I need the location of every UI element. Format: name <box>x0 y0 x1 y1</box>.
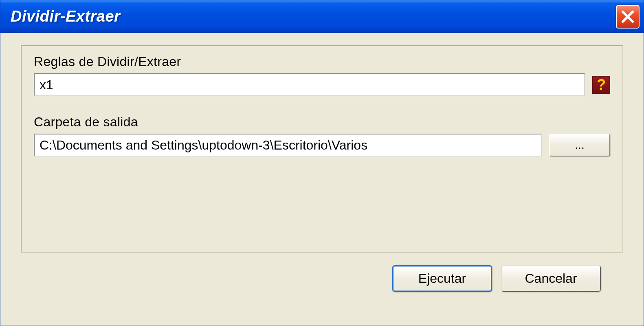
window-title: Dividir-Extraer <box>11 8 120 25</box>
output-folder-input[interactable] <box>34 134 542 156</box>
content-area: Reglas de Dividir/Extraer ? Carpeta de s… <box>0 33 644 300</box>
output-folder-label: Carpeta de salida <box>34 115 610 130</box>
question-mark-icon: ? <box>597 76 606 93</box>
help-button[interactable]: ? <box>592 76 610 94</box>
output-folder-field-row: ... <box>34 134 610 156</box>
rules-label: Reglas de Dividir/Extraer <box>34 54 610 69</box>
rules-field-group: Reglas de Dividir/Extraer ? <box>34 54 610 96</box>
close-button[interactable] <box>616 5 640 29</box>
rules-field-row: ? <box>34 73 610 96</box>
browse-button[interactable]: ... <box>549 134 610 156</box>
output-folder-field-group: Carpeta de salida ... <box>34 115 610 156</box>
button-bar: Ejecutar Cancelar <box>21 253 623 292</box>
rules-input[interactable] <box>34 73 585 96</box>
close-icon <box>620 9 635 24</box>
execute-button[interactable]: Ejecutar <box>392 265 492 292</box>
titlebar[interactable]: Dividir-Extraer <box>0 0 644 33</box>
form-group-box: Reglas de Dividir/Extraer ? Carpeta de s… <box>21 45 623 253</box>
dialog-window: Dividir-Extraer Reglas de Dividir/Extrae… <box>0 0 644 326</box>
cancel-button[interactable]: Cancelar <box>501 265 601 292</box>
